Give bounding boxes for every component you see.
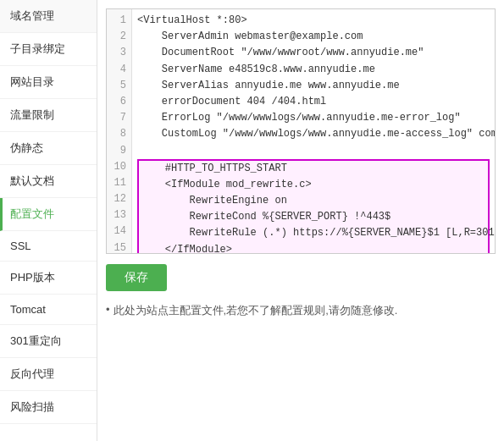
code-line: #HTTP_TO_HTTPS_START [141,161,486,177]
line-number-15: 15 [112,240,126,254]
code-content[interactable]: <VirtualHost *:80> ServerAdmin webmaster… [132,9,495,253]
sidebar-item-default-doc[interactable]: 默认文档 [0,165,97,198]
line-number-4: 4 [112,62,126,78]
line-number-2: 2 [112,29,126,45]
line-number-5: 5 [112,78,126,94]
line-number-14: 14 [112,223,126,240]
code-line: CustomLog "/www/wwwlogs/www.annyudie.me-… [137,126,490,142]
tip-bullet: • [106,303,110,316]
line-number-8: 8 [112,126,126,142]
code-line: RewriteEngine on [141,193,486,209]
sidebar-item-301-redirect[interactable]: 301重定向 [0,325,97,358]
code-line: <IfModule mod_rewrite.c> [141,177,486,193]
line-number-12: 12 [112,191,126,207]
code-editor[interactable]: 1234567891011121314151617 <VirtualHost *… [106,8,496,254]
sidebar-item-php-version[interactable]: PHP版本 [0,262,97,295]
sidebar-item-ssl[interactable]: SSL [0,231,97,262]
code-line [137,143,490,159]
code-line: DocumentRoot "/www/wwwroot/www.annyudie.… [137,45,490,61]
code-line: ServerName e48519c8.www.annyudie.me [137,62,490,78]
code-line: ServerAlias annyudie.me www.annyudie.me [137,78,490,94]
code-line: <VirtualHost *:80> [137,13,490,29]
tip-section: • 此处为站点主配置文件,若您不了解配置规则,请勿随意修改. [106,303,496,318]
sidebar-item-risk-scan[interactable]: 风险扫描 [0,391,97,424]
code-line: ServerAdmin webmaster@example.com [137,29,490,45]
sidebar-item-pseudo-static[interactable]: 伪静态 [0,132,97,165]
sidebar-item-subdir[interactable]: 子目录绑定 [0,33,97,66]
tip-text: 此处为站点主配置文件,若您不了解配置规则,请勿随意修改. [114,303,398,318]
code-line: errorDocument 404 /404.html [137,94,490,110]
sidebar: 域名管理子目录绑定网站目录流量限制伪静态默认文档配置文件SSLPHP版本Tomc… [0,0,97,441]
sidebar-item-website-dir[interactable]: 网站目录 [0,66,97,99]
sidebar-item-domain[interactable]: 域名管理 [0,0,97,33]
code-line: </IfModule> [141,242,486,253]
line-numbers: 1234567891011121314151617 [107,9,132,253]
save-button[interactable]: 保存 [106,264,167,291]
line-number-3: 3 [112,45,126,61]
line-number-9: 9 [112,143,126,159]
highlight-block: #HTTP_TO_HTTPS_START <IfModule mod_rewri… [137,159,490,253]
sidebar-item-tomcat[interactable]: Tomcat [0,295,97,325]
line-number-11: 11 [112,175,126,191]
line-number-6: 6 [112,94,126,110]
sidebar-item-flow-limit[interactable]: 流量限制 [0,99,97,132]
code-line: RewriteCond %{SERVER_PORT} !^443$ [141,209,486,225]
line-number-1: 1 [112,13,126,29]
main-content: 1234567891011121314151617 <VirtualHost *… [97,0,504,441]
line-number-13: 13 [112,207,126,223]
line-number-7: 7 [112,110,126,126]
sidebar-item-config-file[interactable]: 配置文件 [0,198,97,231]
code-line: RewriteRule (.*) https://%{SERVER_NAME}$… [141,225,486,241]
code-line: ErrorLog "/www/wwwlogs/www.annyudie.me-e… [137,110,490,126]
sidebar-item-reverse-proxy[interactable]: 反向代理 [0,358,97,391]
line-number-10: 10 [112,159,126,175]
